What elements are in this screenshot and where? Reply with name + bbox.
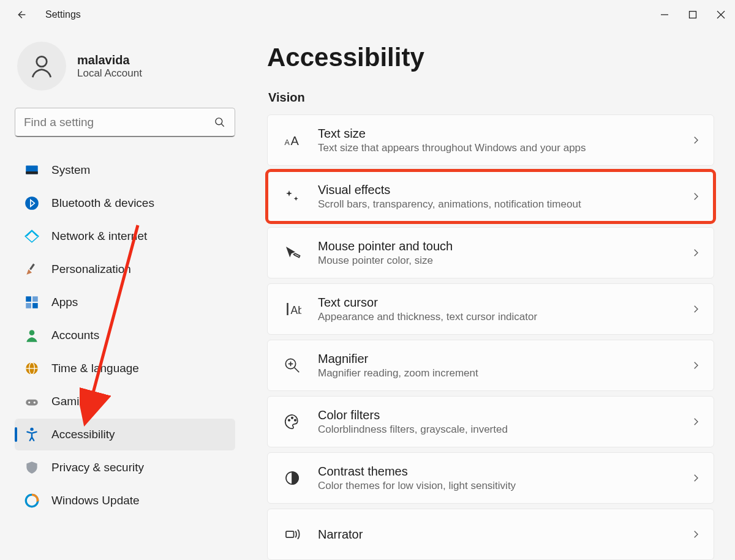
card-sub: Text size that appears throughout Window…: [318, 142, 690, 154]
card-contrast[interactable]: Contrast themes Color themes for low vis…: [267, 452, 714, 504]
close-icon: [717, 10, 725, 19]
chevron-right-icon: [690, 360, 701, 371]
sidebar-item-label: Apps: [51, 296, 78, 309]
accessibility-icon: [23, 426, 40, 443]
sidebar-item-brush[interactable]: Personalization: [15, 253, 235, 285]
search-box[interactable]: [15, 108, 235, 137]
card-title: Text cursor: [318, 296, 690, 310]
titlebar: Settings: [0, 0, 735, 29]
card-title: Visual effects: [318, 183, 690, 197]
bluetooth-icon: [23, 195, 40, 212]
sidebar-item-accessibility[interactable]: Accessibility: [15, 419, 235, 450]
card-text: Color filters Colorblindness filters, gr…: [318, 408, 690, 436]
close-button[interactable]: [707, 1, 735, 28]
sidebar-item-wifi[interactable]: Network & internet: [15, 220, 235, 252]
back-arrow-icon: [14, 8, 28, 21]
chevron-right-icon: [690, 247, 701, 258]
card-text-size[interactable]: AA Text size Text size that appears thro…: [267, 114, 714, 166]
card-title: Text size: [318, 127, 690, 141]
svg-rect-19: [26, 400, 38, 406]
sidebar-item-accounts[interactable]: Accounts: [15, 319, 235, 351]
card-sparkle[interactable]: Visual effects Scroll bars, transparency…: [267, 171, 714, 222]
card-text-cursor[interactable]: Ab Text cursor Appearance and thickness,…: [267, 283, 714, 335]
card-sub: Colorblindness filters, grayscale, inver…: [318, 424, 690, 436]
svg-rect-13: [26, 303, 31, 308]
sidebar-item-label: Bluetooth & devices: [51, 196, 154, 210]
svg-point-20: [28, 401, 30, 403]
minimize-button[interactable]: [650, 1, 679, 28]
maximize-button[interactable]: [679, 1, 707, 28]
card-sub: Mouse pointer color, size: [318, 255, 690, 267]
svg-line-30: [295, 368, 300, 373]
sidebar-item-apps[interactable]: Apps: [15, 286, 235, 318]
text-size-icon: AA: [280, 131, 304, 149]
system-icon: [23, 162, 40, 179]
minimize-icon: [660, 10, 669, 19]
palette-icon: [280, 413, 304, 431]
chevron-right-icon: [690, 135, 701, 146]
card-title: Magnifier: [318, 352, 690, 366]
svg-rect-12: [32, 296, 38, 302]
sidebar-item-label: Accounts: [51, 329, 99, 342]
card-magnifier[interactable]: Magnifier Magnifier reading, zoom increm…: [267, 340, 714, 391]
svg-rect-10: [29, 264, 35, 271]
sidebar-item-label: System: [51, 163, 90, 177]
brush-icon: [23, 261, 40, 278]
svg-point-35: [295, 419, 296, 421]
sidebar-item-label: Network & internet: [51, 230, 147, 243]
sidebar-item-label: Gaming: [51, 395, 92, 408]
svg-line-6: [222, 124, 224, 126]
back-button[interactable]: [11, 5, 31, 24]
svg-rect-1: [690, 12, 696, 18]
main: Accessibility Vision AA Text size Text s…: [245, 29, 735, 560]
sparkle-icon: [280, 187, 304, 206]
svg-rect-14: [32, 303, 38, 308]
section-label: Vision: [268, 91, 714, 105]
sidebar-item-label: Accessibility: [51, 428, 115, 441]
card-text: Text cursor Appearance and thickness, te…: [318, 296, 690, 323]
sidebar-item-system[interactable]: System: [15, 154, 235, 186]
svg-text:A: A: [291, 134, 300, 147]
sidebar-item-bluetooth[interactable]: Bluetooth & devices: [15, 187, 235, 219]
card-cursor[interactable]: Mouse pointer and touch Mouse pointer co…: [267, 227, 714, 278]
chevron-right-icon: [690, 304, 701, 315]
svg-point-15: [29, 330, 35, 335]
sidebar-item-globe[interactable]: Time & language: [15, 353, 235, 384]
globe-icon: [23, 360, 40, 377]
magnifier-icon: [280, 356, 304, 375]
chevron-right-icon: [690, 191, 701, 202]
svg-point-21: [34, 401, 36, 403]
sidebar-item-label: Time & language: [51, 362, 139, 375]
narrator-icon: [280, 525, 304, 543]
shield-icon: [23, 459, 40, 476]
content: malavida Local Account SystemBluetooth &…: [0, 29, 735, 560]
card-text: Magnifier Magnifier reading, zoom increm…: [318, 352, 690, 379]
account-sub: Local Account: [77, 67, 142, 80]
card-narrator[interactable]: Narrator: [267, 509, 714, 560]
svg-text:Ab: Ab: [291, 304, 302, 316]
svg-point-4: [37, 56, 47, 67]
account-block[interactable]: malavida Local Account: [15, 42, 235, 91]
cards: AA Text size Text size that appears thro…: [267, 114, 714, 560]
card-text: Narrator: [318, 528, 690, 542]
sidebar-item-label: Privacy & security: [51, 461, 144, 474]
card-text: Contrast themes Color themes for low vis…: [318, 465, 690, 492]
card-text: Visual effects Scroll bars, transparency…: [318, 183, 690, 211]
svg-point-22: [30, 428, 33, 431]
card-title: Color filters: [318, 408, 690, 422]
card-palette[interactable]: Color filters Colorblindness filters, gr…: [267, 396, 714, 447]
card-text: Mouse pointer and touch Mouse pointer co…: [318, 239, 690, 267]
update-icon: [23, 492, 40, 509]
svg-rect-37: [286, 531, 294, 537]
search-input[interactable]: [24, 116, 214, 129]
text-cursor-icon: Ab: [280, 300, 304, 318]
sidebar-item-gaming[interactable]: Gaming: [15, 386, 235, 417]
card-title: Contrast themes: [318, 465, 690, 479]
sidebar-item-update[interactable]: Windows Update: [15, 485, 235, 517]
maximize-icon: [688, 10, 697, 19]
search-icon: [214, 116, 226, 129]
svg-point-33: [288, 419, 290, 421]
sidebar-item-shield[interactable]: Privacy & security: [15, 452, 235, 483]
account-name: malavida: [77, 53, 142, 67]
account-text: malavida Local Account: [77, 53, 142, 80]
